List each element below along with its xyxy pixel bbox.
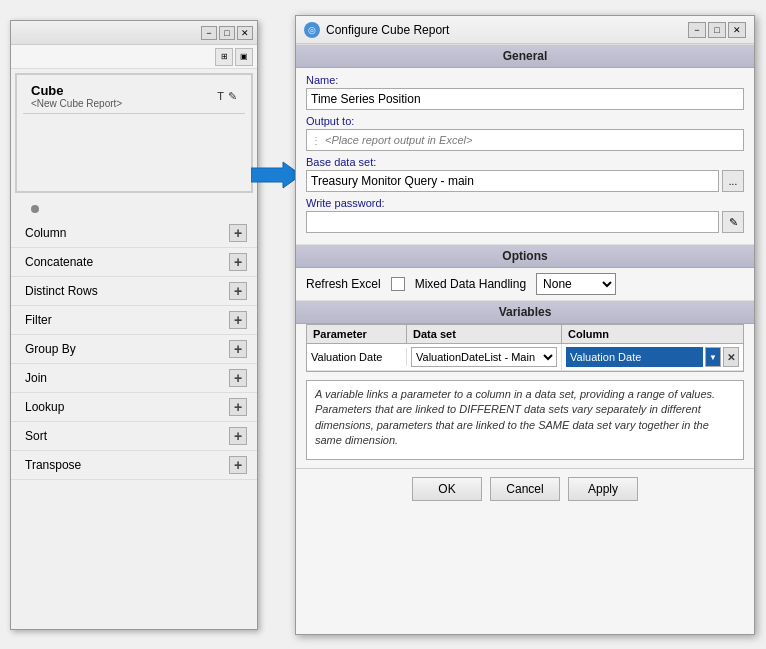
maximize-button[interactable]: □ bbox=[219, 26, 235, 40]
transpose-add-button[interactable]: + bbox=[229, 456, 247, 474]
options-section-header: Options bbox=[296, 244, 754, 268]
name-label: Name: bbox=[306, 74, 744, 86]
refresh-excel-label: Refresh Excel bbox=[306, 277, 381, 291]
dataset-dropdown[interactable]: ValuationDateList - Main bbox=[411, 347, 557, 367]
column-remove-button[interactable]: ✕ bbox=[723, 347, 739, 367]
write-password-row: Write password: ✎ bbox=[306, 197, 744, 233]
write-password-input-row: ✎ bbox=[306, 211, 744, 233]
column-cell: Valuation Date ▼ ✕ bbox=[562, 344, 743, 370]
right-maximize-button[interactable]: □ bbox=[708, 22, 726, 38]
configure-cube-report-window: ◎ Configure Cube Report − □ ✕ General Na… bbox=[295, 15, 755, 635]
output-row: Output to: ⋮ <Place report output in Exc… bbox=[306, 115, 744, 151]
column-column-header: Column bbox=[562, 325, 743, 343]
general-form: Name: Output to: ⋮ <Place report output … bbox=[296, 68, 754, 244]
left-item-column[interactable]: Column + bbox=[11, 219, 257, 248]
param-column-header: Parameter bbox=[307, 325, 407, 343]
column-dropdown-button[interactable]: ▼ bbox=[705, 347, 721, 367]
column-label: Column bbox=[25, 226, 66, 240]
dataset-cell: ValuationDateList - Main bbox=[407, 344, 562, 370]
cube-subtitle: <New Cube Report> bbox=[31, 98, 122, 109]
variables-header-row: Parameter Data set Column bbox=[307, 325, 743, 344]
output-input-row: ⋮ <Place report output in Excel> bbox=[306, 129, 744, 151]
output-label: Output to: bbox=[306, 115, 744, 127]
lookup-label: Lookup bbox=[25, 400, 64, 414]
variables-section-header: Variables bbox=[296, 300, 754, 324]
left-content-area: Cube <New Cube Report> T ✎ Column + Conc… bbox=[11, 69, 257, 605]
lookup-add-button[interactable]: + bbox=[229, 398, 247, 416]
output-field[interactable]: ⋮ <Place report output in Excel> bbox=[306, 129, 744, 151]
distinct-rows-label: Distinct Rows bbox=[25, 284, 98, 298]
write-password-input[interactable] bbox=[306, 211, 719, 233]
window-title: Configure Cube Report bbox=[326, 23, 688, 37]
right-minimize-button[interactable]: − bbox=[688, 22, 706, 38]
column-selected-value: Valuation Date bbox=[566, 347, 703, 367]
filter-label: Filter bbox=[25, 313, 52, 327]
cube-title: Cube bbox=[31, 83, 122, 98]
info-text: A variable links a parameter to a column… bbox=[315, 388, 715, 446]
minimize-button[interactable]: − bbox=[201, 26, 217, 40]
right-arrow-icon bbox=[251, 160, 301, 190]
general-section-header: General bbox=[296, 44, 754, 68]
group-by-label: Group By bbox=[25, 342, 76, 356]
text-icon[interactable]: T bbox=[217, 90, 224, 103]
name-row: Name: bbox=[306, 74, 744, 110]
grid-icon[interactable]: ⊞ bbox=[215, 48, 233, 66]
filter-add-button[interactable]: + bbox=[229, 311, 247, 329]
base-dataset-label: Base data set: bbox=[306, 156, 744, 168]
app-icon: ◎ bbox=[304, 22, 320, 38]
ok-button[interactable]: OK bbox=[412, 477, 482, 501]
write-password-label: Write password: bbox=[306, 197, 744, 209]
left-toolbar: ⊞ ▣ bbox=[11, 45, 257, 69]
left-item-join[interactable]: Join + bbox=[11, 364, 257, 393]
refresh-excel-checkbox[interactable] bbox=[391, 277, 405, 291]
dataset-column-header: Data set bbox=[407, 325, 562, 343]
left-panel-window: − □ ✕ ⊞ ▣ Cube <New Cube Report> T ✎ bbox=[10, 20, 258, 630]
left-item-group-by[interactable]: Group By + bbox=[11, 335, 257, 364]
window-controls: − □ ✕ bbox=[688, 22, 746, 38]
left-item-distinct-rows[interactable]: Distinct Rows + bbox=[11, 277, 257, 306]
info-text-box: A variable links a parameter to a column… bbox=[306, 380, 744, 460]
column-add-button[interactable]: + bbox=[229, 224, 247, 242]
sort-label: Sort bbox=[25, 429, 47, 443]
apply-button[interactable]: Apply bbox=[568, 477, 638, 501]
join-label: Join bbox=[25, 371, 47, 385]
left-item-sort[interactable]: Sort + bbox=[11, 422, 257, 451]
browse-button[interactable]: ... bbox=[722, 170, 744, 192]
distinct-rows-add-button[interactable]: + bbox=[229, 282, 247, 300]
left-item-transpose[interactable]: Transpose + bbox=[11, 451, 257, 480]
cube-icons: T ✎ bbox=[217, 90, 237, 103]
base-dataset-input-row: ... bbox=[306, 170, 744, 192]
right-close-button[interactable]: ✕ bbox=[728, 22, 746, 38]
base-dataset-input[interactable] bbox=[306, 170, 719, 192]
right-titlebar: ◎ Configure Cube Report − □ ✕ bbox=[296, 16, 754, 44]
options-form: Refresh Excel Mixed Data Handling None A… bbox=[296, 268, 754, 300]
left-item-filter[interactable]: Filter + bbox=[11, 306, 257, 335]
sort-add-button[interactable]: + bbox=[229, 427, 247, 445]
join-add-button[interactable]: + bbox=[229, 369, 247, 387]
cube-panel: Cube <New Cube Report> T ✎ bbox=[15, 73, 253, 193]
output-placeholder: <Place report output in Excel> bbox=[325, 134, 472, 146]
base-dataset-row: Base data set: ... bbox=[306, 156, 744, 192]
left-titlebar: − □ ✕ bbox=[11, 21, 257, 45]
window-icon[interactable]: ▣ bbox=[235, 48, 253, 66]
concatenate-add-button[interactable]: + bbox=[229, 253, 247, 271]
password-edit-button[interactable]: ✎ bbox=[722, 211, 744, 233]
group-by-add-button[interactable]: + bbox=[229, 340, 247, 358]
concatenate-label: Concatenate bbox=[25, 255, 93, 269]
close-button[interactable]: ✕ bbox=[237, 26, 253, 40]
cube-info: Cube <New Cube Report> bbox=[31, 83, 122, 109]
bottom-buttons: OK Cancel Apply bbox=[296, 468, 754, 509]
left-item-concatenate[interactable]: Concatenate + bbox=[11, 248, 257, 277]
drag-icon: ⋮ bbox=[311, 135, 321, 146]
name-input[interactable] bbox=[306, 88, 744, 110]
left-items-list: Column + Concatenate + Distinct Rows + F… bbox=[11, 219, 257, 480]
param-cell: Valuation Date bbox=[307, 348, 407, 366]
left-item-lookup[interactable]: Lookup + bbox=[11, 393, 257, 422]
table-row: Valuation Date ValuationDateList - Main … bbox=[307, 344, 743, 371]
cancel-button[interactable]: Cancel bbox=[490, 477, 560, 501]
cube-header: Cube <New Cube Report> T ✎ bbox=[23, 79, 245, 114]
mixed-data-dropdown[interactable]: None Average Sum Max Min bbox=[536, 273, 616, 295]
dot-indicator bbox=[31, 205, 39, 213]
variables-table: Parameter Data set Column Valuation Date… bbox=[306, 324, 744, 372]
edit-icon[interactable]: ✎ bbox=[228, 90, 237, 103]
